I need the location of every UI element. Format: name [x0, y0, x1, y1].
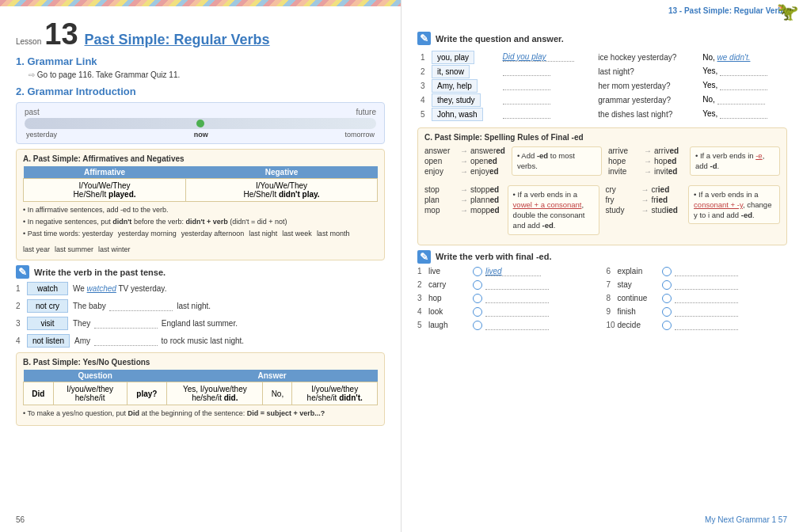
col-question: Question	[24, 370, 167, 382]
spell-row: answer → answered	[424, 146, 505, 155]
note1: • In affirmative sentences, add -ed to t…	[23, 205, 378, 216]
final-ed-left: 1 live lived 2 carry 3 hop	[417, 267, 599, 334]
tw-lastsummer: last summer	[55, 245, 93, 256]
qa-num-1: 1	[417, 50, 428, 64]
qa-row-4: 4 they, study grammar yesterday? No,	[417, 93, 787, 107]
qa-phrase-1: ice hockey yesterday?	[595, 50, 699, 64]
box-a: A. Past Simple: Affirmatives and Negativ…	[16, 149, 385, 260]
tw-lastmonth: last month	[317, 229, 350, 240]
exercise-row-3: 3 visit They England last summer.	[16, 317, 385, 330]
page-number-left: 56	[16, 515, 25, 524]
spelling-rule-3: • If a verb ends in a vowel + a consonan…	[508, 185, 599, 235]
box-b-title: B. Past Simple: Yes/No Questions	[23, 358, 378, 367]
spell-row: arrive → arrived	[608, 146, 683, 155]
spelling-layout: answer → answered open → opened enjoy → …	[424, 146, 780, 180]
fed-blank-9	[675, 307, 738, 317]
label-now: now	[194, 131, 208, 139]
dino-icon: 🦖	[777, 2, 798, 22]
final-ed-instruction: Write the verb with final -ed.	[417, 250, 787, 264]
spell-row: stop → stopped	[424, 185, 501, 194]
qa-given-2: it, snow	[428, 64, 500, 78]
qa-yn-3: Yes,	[699, 78, 787, 93]
fed-row-2: 2 carry	[417, 280, 599, 290]
fed-circle-5	[473, 321, 482, 330]
lesson-title: Past Simple: Regular Verbs	[85, 32, 270, 48]
fed-row-6: 6 explain	[607, 267, 788, 276]
timeline-bar: past future	[25, 108, 376, 116]
spell-row: cry → cried	[606, 185, 683, 194]
qa-yn-1: No, we didn't.	[699, 50, 787, 64]
lesson-number: 13	[44, 19, 78, 49]
qa-num-5: 5	[417, 107, 428, 121]
exercise-row-1: 1 watch We watched TV yesterday.	[16, 282, 385, 295]
ex-verb-notcry: not cry	[27, 299, 68, 313]
write-qa-instruction: Write the question and answer.	[417, 32, 787, 45]
fed-blank-4	[485, 307, 549, 317]
ex-num-3: 3	[16, 319, 27, 328]
grammar-link-text: Go to page 116. Take Grammar Quiz 11.	[29, 70, 385, 79]
fed-circle-9	[662, 307, 672, 317]
ex-verb-visit: visit	[27, 317, 68, 330]
final-ed-right: 6 explain 7 stay 8 continue	[607, 267, 788, 334]
page-number-right: My Next Grammar 1 57	[705, 515, 787, 524]
table-row: I/You/We/TheyHe/She/It played. I/You/We/…	[24, 179, 378, 202]
qa-row-2: 2 it, snow last night? Yes,	[417, 64, 787, 78]
box-a-notes: • In affirmative sentences, add -ed to t…	[23, 205, 378, 255]
spell-row: invite → invited	[608, 167, 683, 176]
box-a-title: A. Past Simple: Affirmatives and Negativ…	[23, 154, 378, 163]
exercise-row-4: 4 not listen Amy to rock music last nigh…	[16, 334, 385, 348]
col-negative: Negative	[186, 166, 378, 179]
qa-yn-5: Yes,	[699, 107, 787, 121]
ex-sentence-2: The baby last night.	[73, 302, 211, 311]
fed-circle-3	[473, 294, 482, 303]
ex-sentence-4: Amy to rock music last night.	[74, 336, 244, 346]
left-page: Lesson 13 Past Simple: Regular Verbs 1. …	[0, 0, 402, 532]
section1-title: 1. Grammar Link	[16, 55, 385, 67]
right-page: 13 - Past Simple: Regular Verbs 🦖 Write …	[402, 0, 803, 532]
qa-num-4: 4	[417, 93, 428, 107]
spell-row: study → studied	[606, 206, 683, 215]
fed-circle-1	[473, 267, 482, 276]
fed-circle-4	[473, 307, 482, 317]
fed-blank-6	[675, 267, 738, 276]
fed-blank-8	[675, 294, 738, 303]
qa-given-1: you, play	[428, 50, 500, 64]
spelling-rule-4-box: • If a verb ends in a consonant + -y, ch…	[688, 185, 780, 240]
box-c: C. Past Simple: Spelling Rules of Final …	[417, 127, 787, 245]
qa-row-1: 1 you, play Did you play ice hockey yest…	[417, 50, 787, 64]
qa-phrase-3: her mom yesterday?	[595, 78, 699, 93]
ex-num-4: 4	[16, 336, 27, 345]
timeline-future: future	[356, 108, 376, 116]
qa-q-4	[500, 93, 596, 107]
fed-row-3: 3 hop	[417, 294, 599, 303]
spelling-layout-2: stop → stopped plan → planned mop → mopp…	[424, 185, 780, 240]
fed-answer-1: lived	[485, 267, 541, 276]
ex-verb-watch: watch	[27, 282, 68, 295]
write-q-table: 1 you, play Did you play ice hockey yest…	[417, 50, 787, 121]
fed-blank-10	[675, 321, 738, 330]
fed-row-1: 1 live lived	[417, 267, 599, 276]
qa-given-3: Amy, help	[428, 78, 500, 93]
qa-phrase-2: last night?	[595, 64, 699, 78]
ex-num-2: 2	[16, 302, 27, 310]
spell-row: fry → fried	[606, 196, 683, 204]
fed-circle-7	[662, 280, 672, 290]
tw-morning: yesterday morning	[118, 229, 177, 240]
spelling-section-4: cry → cried fry → fried study → studied	[606, 185, 683, 240]
tw-lastnight: last night	[249, 229, 277, 240]
qa-q-1: Did you play	[500, 50, 596, 64]
section2-title: 2. Grammar Introduction	[16, 86, 385, 97]
spell-row: open → opened	[424, 157, 505, 165]
neg-verb: didn't play.	[279, 190, 320, 199]
box-b-table: Question Answer Did I/you/we/theyhe/she/…	[23, 370, 378, 405]
fed-row-10: 10 decide	[607, 321, 788, 330]
qa-yn-2: Yes,	[699, 64, 787, 78]
qa-phrase-4: grammar yesterday?	[595, 93, 699, 107]
q-verb-cell: play?	[127, 382, 167, 405]
label-yesterday: yesterday	[26, 131, 57, 139]
ex-sentence-1: We watched TV yesterday.	[73, 284, 166, 293]
qa-num-3: 3	[417, 78, 428, 93]
qa-num-2: 2	[417, 64, 428, 78]
lesson-header: Lesson 13 Past Simple: Regular Verbs	[16, 19, 385, 49]
spelling-rule-2-box: • If a verb ends in -e, add -d.	[690, 146, 780, 180]
